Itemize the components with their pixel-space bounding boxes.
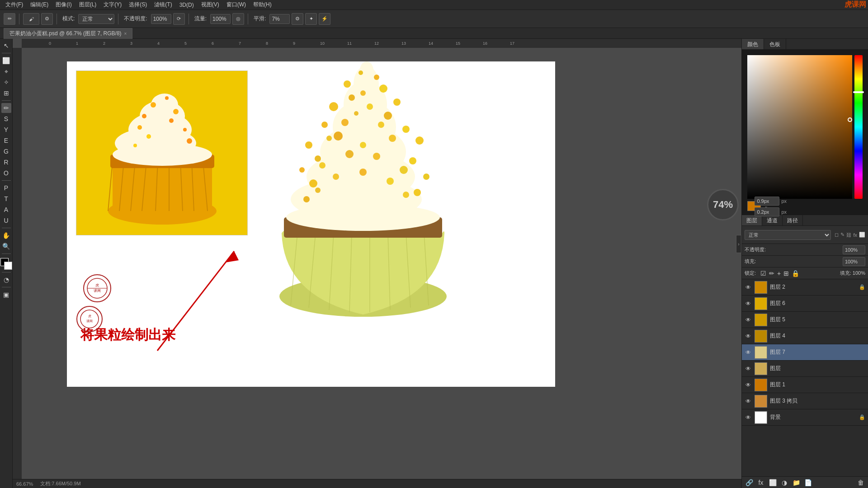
screen-mode-button[interactable]: ▣ bbox=[1, 290, 11, 300]
layer-visibility-4[interactable]: 👁 bbox=[745, 333, 752, 340]
color-tab-color[interactable]: 颜色 bbox=[742, 39, 764, 49]
menu-item-view[interactable]: 视图(V) bbox=[198, 0, 223, 9]
menu-item-edit[interactable]: 编辑(E) bbox=[27, 0, 52, 9]
tab-close-button[interactable]: × bbox=[124, 31, 127, 36]
crop-tool[interactable]: ⊞ bbox=[1, 88, 11, 98]
layer-item-5[interactable]: 👁 图层 5 bbox=[742, 312, 868, 328]
layer-item-2[interactable]: 👁 图层 2 🔒 bbox=[742, 279, 868, 296]
layer-item-6[interactable]: 👁 图层 6 bbox=[742, 296, 868, 312]
quick-select-tool[interactable]: ✧ bbox=[1, 77, 11, 87]
background-color[interactable] bbox=[4, 262, 12, 270]
color-tab-swatches[interactable]: 色板 bbox=[764, 39, 786, 49]
smooth-label: 平滑: bbox=[254, 15, 266, 23]
hue-slider[interactable] bbox=[854, 55, 863, 199]
layers-blend-mode-select[interactable]: 正常 bbox=[745, 230, 831, 240]
layer-visibility-5[interactable]: 👁 bbox=[745, 316, 752, 324]
lock-position-button[interactable]: + bbox=[777, 270, 781, 277]
foreground-background-colors[interactable] bbox=[0, 258, 12, 270]
new-fill-layer-button[interactable]: ◑ bbox=[780, 478, 789, 487]
new-group-button[interactable]: 📁 bbox=[792, 478, 801, 487]
add-mask-button[interactable]: ⬜ bbox=[768, 478, 777, 487]
menu-item-text[interactable]: 文字(Y) bbox=[100, 0, 125, 9]
pen-tool[interactable]: P bbox=[1, 183, 11, 193]
symmetry-button[interactable]: ✦ bbox=[305, 13, 317, 25]
layer-visibility-unnamed[interactable]: 👁 bbox=[745, 365, 752, 372]
svg-point-44 bbox=[169, 118, 174, 123]
marquee-tool[interactable]: ⬜ bbox=[1, 56, 11, 66]
svg-point-71 bbox=[329, 102, 338, 111]
menu-item-file[interactable]: 文件(F) bbox=[2, 0, 27, 9]
layers-tab-channels[interactable]: 通道 bbox=[762, 215, 783, 225]
flow-toggle-button[interactable]: ◎ bbox=[232, 13, 244, 25]
brush-settings-button[interactable]: ⚙ bbox=[41, 13, 53, 25]
layer-visibility-7[interactable]: 👁 bbox=[745, 349, 752, 356]
layer-visibility-3-copy[interactable]: 👁 bbox=[745, 398, 752, 405]
blur-tool[interactable]: R bbox=[1, 157, 11, 167]
text-tool[interactable]: T bbox=[1, 194, 11, 204]
opacity-input[interactable] bbox=[151, 14, 171, 24]
menu-item-image[interactable]: 图像(I) bbox=[52, 0, 75, 9]
flow-input[interactable] bbox=[210, 14, 231, 24]
brush-angle-input[interactable] bbox=[755, 207, 779, 216]
eraser-tool[interactable]: E bbox=[1, 136, 11, 145]
svg-text:15: 15 bbox=[456, 41, 460, 46]
quick-mask-tool[interactable]: ◔ bbox=[1, 275, 11, 285]
delete-layer-button[interactable]: 🗑 bbox=[856, 478, 865, 487]
right-panel-toggle[interactable]: › bbox=[736, 235, 741, 253]
svg-point-87 bbox=[367, 103, 373, 110]
layers-tab-layers[interactable]: 图层 bbox=[742, 215, 762, 225]
svg-point-88 bbox=[354, 111, 359, 116]
layer-thumbnail-6 bbox=[755, 297, 767, 310]
move-tool[interactable]: ↖ bbox=[1, 41, 11, 51]
path-select-tool[interactable]: A bbox=[1, 205, 11, 215]
extra-button[interactable]: ⚡ bbox=[319, 13, 330, 25]
layers-fill-input[interactable] bbox=[843, 257, 865, 266]
lock-transparent-button[interactable]: ☑ bbox=[760, 270, 766, 277]
lock-image-button[interactable]: ✏ bbox=[769, 270, 774, 277]
layer-visibility-6[interactable]: 👁 bbox=[745, 300, 752, 307]
zoom-tool[interactable]: 🔍 bbox=[1, 241, 11, 251]
menu-item-select[interactable]: 选择(S) bbox=[125, 0, 151, 9]
layer-thumbnail-unnamed bbox=[755, 362, 767, 375]
lock-artboard-button[interactable]: ⊞ bbox=[783, 270, 789, 277]
smooth-settings-button[interactable]: ⚙ bbox=[292, 13, 303, 25]
blend-mode-select[interactable]: 正常 bbox=[78, 14, 114, 24]
new-layer-button[interactable]: 📄 bbox=[803, 478, 812, 487]
opacity-toggle-button[interactable]: ⟳ bbox=[173, 13, 185, 25]
layer-visibility-background[interactable]: 👁 bbox=[745, 414, 752, 421]
menu-item-3d[interactable]: 3D(D) bbox=[176, 1, 198, 9]
hand-tool[interactable]: ✋ bbox=[1, 230, 11, 240]
layer-item-4[interactable]: 👁 图层 4 bbox=[742, 328, 868, 344]
layer-item-7[interactable]: 👁 图层 7 bbox=[742, 344, 868, 361]
layers-tab-paths[interactable]: 路径 bbox=[783, 215, 803, 225]
layers-opacity-input[interactable] bbox=[843, 245, 865, 254]
brush-preset-button[interactable]: 🖌 bbox=[23, 13, 39, 25]
brush-tool-button[interactable]: ✏ bbox=[4, 13, 15, 25]
link-layers-button[interactable]: 🔗 bbox=[745, 478, 754, 487]
menu-item-window[interactable]: 窗口(W) bbox=[223, 0, 250, 9]
menu-item-layer[interactable]: 图层(L) bbox=[75, 0, 100, 9]
layer-item-background[interactable]: 👁 背景 🔒 bbox=[742, 409, 868, 426]
layer-visibility-2[interactable]: 👁 bbox=[745, 284, 752, 291]
clone-stamp-tool[interactable]: S bbox=[1, 114, 11, 124]
brush-tool[interactable]: ✏ bbox=[1, 103, 11, 113]
dodge-tool[interactable]: O bbox=[1, 168, 11, 178]
add-layer-style-button[interactable]: fx bbox=[756, 478, 765, 487]
lasso-tool[interactable]: ⌖ bbox=[1, 66, 11, 76]
menu-item-help[interactable]: 帮助(H) bbox=[250, 0, 275, 9]
lock-all-button[interactable]: 🔒 bbox=[792, 270, 799, 277]
brush-size-input[interactable] bbox=[755, 197, 779, 206]
layers-opacity-row: 不透明度: bbox=[742, 244, 868, 256]
history-brush-tool[interactable]: Y bbox=[1, 125, 11, 135]
shape-tool[interactable]: U bbox=[1, 216, 11, 225]
layer-item-3-copy[interactable]: 👁 图层 3 拷贝 bbox=[742, 393, 868, 409]
layer-item-unnamed[interactable]: 👁 图层 bbox=[742, 361, 868, 377]
layer-item-1[interactable]: 👁 图层 1 bbox=[742, 377, 868, 393]
color-gradient-square[interactable] bbox=[747, 55, 852, 199]
document-tab[interactable]: 芒果奶油小蛋糕.psd @ 66.7% (图层 7, RGB/8) × bbox=[4, 28, 132, 39]
menu-item-filter[interactable]: 滤镜(T) bbox=[151, 0, 175, 9]
toolbar-separator-2 bbox=[57, 14, 57, 24]
gradient-tool[interactable]: G bbox=[1, 146, 11, 156]
smooth-input[interactable] bbox=[269, 14, 290, 24]
layer-visibility-1[interactable]: 👁 bbox=[745, 381, 752, 389]
